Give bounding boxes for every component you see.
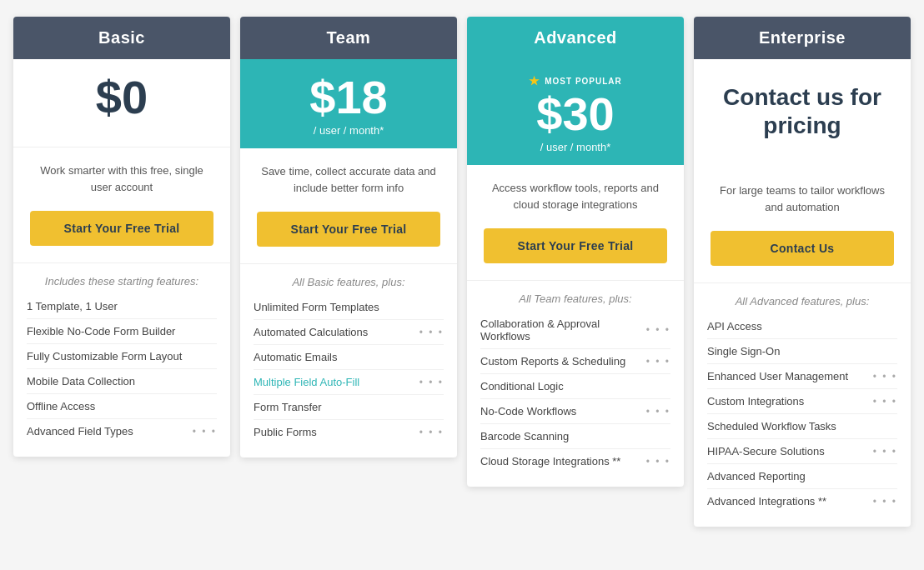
feature-item: API Access — [707, 314, 897, 339]
cta-button-team[interactable]: Start Your Free Trial — [257, 212, 440, 247]
feature-name: Form Transfer — [254, 401, 322, 413]
star-icon: ★ — [529, 74, 540, 88]
feature-name: HIPAA-Secure Solutions — [707, 445, 825, 458]
feature-item: Collaboration & Approval Workflows• • • — [480, 312, 670, 349]
feature-name: Advanced Reporting — [707, 470, 806, 482]
feature-item: Flexible No-Code Form Builder — [27, 319, 217, 344]
feature-name: Enhanced User Management — [707, 370, 848, 382]
plan-card-basic: Basic$0FREE FOREVERWork smarter with thi… — [13, 17, 230, 457]
price-sub-advanced: / user / month* — [475, 141, 675, 153]
features-section-basic: Includes these starting features:1 Templ… — [13, 263, 230, 457]
features-list-enterprise: API AccessSingle Sign-OnEnhanced User Ma… — [707, 314, 897, 513]
feature-name: API Access — [707, 320, 762, 332]
price-section-enterprise: Contact us for pricing — [694, 59, 911, 168]
features-section-enterprise: All Advanced features, plus:API AccessSi… — [694, 283, 911, 527]
feature-name: Collaboration & Approval Workflows — [480, 318, 643, 342]
plan-body-team: Save time, collect accurate data and inc… — [240, 148, 457, 264]
feature-item: Form Transfer — [254, 395, 444, 420]
feature-name: Advanced Field Types — [27, 425, 133, 438]
plan-description-basic: Work smarter with this free, single user… — [30, 162, 213, 196]
cta-button-enterprise[interactable]: Contact Us — [711, 231, 894, 266]
plan-body-basic: Work smarter with this free, single user… — [13, 148, 230, 263]
price-section-team: $18/ user / month* — [240, 59, 457, 148]
cta-button-advanced[interactable]: Start Your Free Trial — [484, 228, 667, 263]
most-popular-text: MOST POPULAR — [545, 77, 622, 86]
feature-item: Unlimited Form Templates — [254, 295, 444, 320]
feature-item: Cloud Storage Integrations **• • • — [480, 449, 670, 473]
feature-item: Fully Customizable Form Layout — [27, 344, 217, 369]
feature-item: Custom Integrations• • • — [707, 389, 897, 414]
feature-item: Mobile Data Collection — [27, 369, 217, 394]
features-list-basic: 1 Template, 1 UserFlexible No-Code Form … — [27, 294, 217, 443]
feature-item: Conditional Logic — [480, 374, 670, 399]
plan-card-enterprise: EnterpriseContact us for pricingFor larg… — [694, 17, 911, 527]
feature-item: Scheduled Workflow Tasks — [707, 414, 897, 439]
feature-item: Custom Reports & Scheduling• • • — [480, 349, 670, 374]
feature-item: No-Code Workflows• • • — [480, 399, 670, 424]
feature-name: Automated Calculations — [254, 326, 368, 338]
plan-description-enterprise: For large teams to tailor workflows and … — [711, 182, 894, 216]
feature-item: Automatic Emails — [254, 345, 444, 370]
features-list-advanced: Collaboration & Approval Workflows• • •C… — [480, 312, 670, 473]
feature-name: Public Forms — [254, 426, 317, 438]
feature-item: HIPAA-Secure Solutions• • • — [707, 439, 897, 464]
cta-button-basic[interactable]: Start Your Free Trial — [30, 211, 213, 246]
feature-name: Multiple Field Auto-Fill — [254, 376, 359, 388]
feature-name: Custom Integrations — [707, 395, 804, 408]
price-sub-team: / user / month* — [249, 124, 449, 137]
feature-item: Barcode Scanning — [480, 424, 670, 449]
feature-item: Public Forms• • • — [254, 420, 444, 444]
features-heading-basic: Includes these starting features: — [27, 263, 217, 294]
plan-body-enterprise: For large teams to tailor workflows and … — [694, 168, 911, 283]
features-heading-enterprise: All Advanced features, plus: — [707, 283, 897, 314]
most-popular-badge: ★MOST POPULAR — [475, 74, 675, 88]
feature-item: Advanced Field Types• • • — [27, 419, 217, 443]
feature-name: Advanced Integrations ** — [707, 495, 826, 508]
price-amount-advanced: $30 — [475, 91, 675, 138]
feature-name: Barcode Scanning — [480, 430, 569, 442]
features-section-team: All Basic features, plus:Unlimited Form … — [240, 264, 457, 458]
feature-name: No-Code Workflows — [480, 405, 576, 418]
feature-dots-icon[interactable]: • • • — [646, 356, 670, 368]
price-section-advanced: ★MOST POPULAR$30/ user / month* — [467, 59, 684, 165]
price-amount-basic: $0 — [22, 74, 222, 121]
plan-name-enterprise: Enterprise — [694, 17, 911, 59]
feature-name: Fully Customizable Form Layout — [27, 350, 182, 362]
feature-dots-icon[interactable]: • • • — [646, 456, 670, 468]
feature-name: Custom Reports & Scheduling — [480, 355, 625, 368]
feature-item: Advanced Reporting — [707, 464, 897, 489]
pricing-table: Basic$0FREE FOREVERWork smarter with thi… — [17, 17, 907, 527]
enterprise-price-text: Contact us for pricing — [711, 83, 894, 139]
feature-dots-icon[interactable]: • • • — [873, 396, 897, 408]
plan-card-advanced: Advanced★MOST POPULAR$30/ user / month*A… — [467, 17, 684, 487]
feature-item: 1 Template, 1 User — [27, 294, 217, 319]
feature-dots-icon[interactable]: • • • — [646, 406, 670, 418]
feature-dots-icon[interactable]: • • • — [419, 427, 444, 438]
feature-name: Flexible No-Code Form Builder — [27, 325, 175, 338]
feature-dots-icon[interactable]: • • • — [419, 327, 444, 338]
plan-name-advanced: Advanced — [467, 17, 684, 59]
plan-name-basic: Basic — [13, 17, 230, 59]
feature-name: Unlimited Form Templates — [254, 301, 379, 313]
plan-body-advanced: Access workflow tools, reports and cloud… — [467, 165, 684, 281]
features-section-advanced: All Team features, plus:Collaboration & … — [467, 281, 684, 487]
price-label-basic: FREE FOREVER — [22, 122, 222, 135]
plan-card-team: Team$18/ user / month*Save time, collect… — [240, 17, 457, 458]
features-heading-advanced: All Team features, plus: — [480, 281, 670, 312]
feature-name: Conditional Logic — [480, 380, 564, 392]
features-heading-team: All Basic features, plus: — [254, 264, 444, 295]
feature-item: Offline Access — [27, 394, 217, 419]
feature-dots-icon[interactable]: • • • — [873, 496, 897, 508]
feature-dots-icon[interactable]: • • • — [873, 446, 897, 458]
feature-name: Offline Access — [27, 400, 95, 412]
feature-name: Scheduled Workflow Tasks — [707, 420, 836, 432]
feature-dots-icon[interactable]: • • • — [646, 324, 670, 336]
feature-dots-icon[interactable]: • • • — [193, 426, 217, 438]
price-amount-team: $18 — [249, 74, 449, 121]
feature-name: 1 Template, 1 User — [27, 300, 118, 312]
feature-name: Cloud Storage Integrations ** — [480, 455, 620, 468]
features-list-team: Unlimited Form TemplatesAutomated Calcul… — [254, 295, 444, 444]
plan-name-team: Team — [240, 17, 457, 59]
feature-dots-icon[interactable]: • • • — [873, 371, 897, 382]
feature-dots-icon[interactable]: • • • — [419, 377, 444, 388]
